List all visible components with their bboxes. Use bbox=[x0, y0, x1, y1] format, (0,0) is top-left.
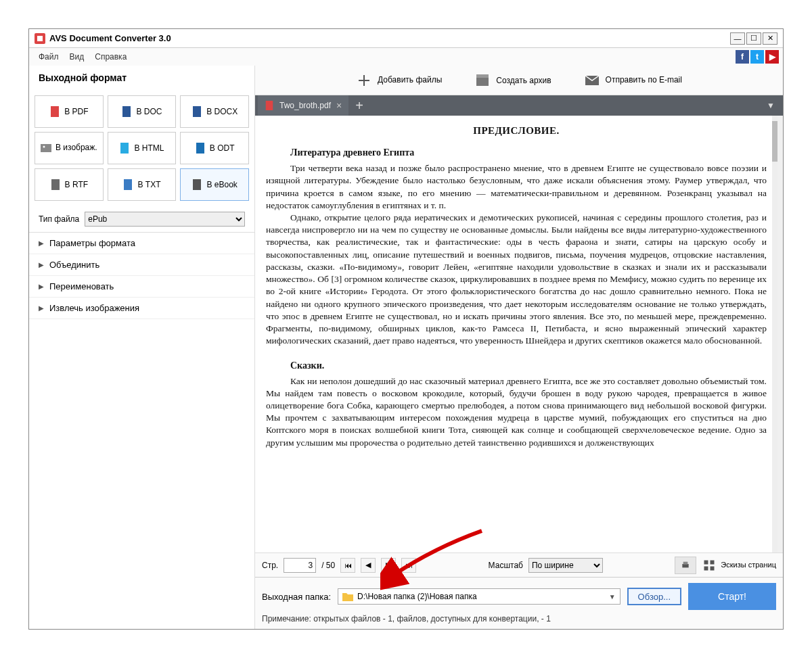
svg-rect-10 bbox=[193, 179, 201, 190]
format-ebook[interactable]: В eBook bbox=[180, 168, 249, 201]
menu-view[interactable]: Вид bbox=[64, 51, 90, 63]
chevron-right-icon: ▶ bbox=[39, 261, 44, 268]
print-button[interactable] bbox=[675, 557, 696, 574]
thumbnails-button[interactable]: Эскизы страниц bbox=[702, 559, 776, 571]
svg-rect-11 bbox=[476, 76, 489, 86]
chevron-down-icon[interactable]: ▼ bbox=[609, 593, 616, 601]
format-pdf-label: В PDF bbox=[64, 107, 88, 116]
minimize-button[interactable]: — bbox=[730, 32, 745, 45]
add-files-label: Добавить файлы bbox=[378, 76, 442, 85]
svg-rect-18 bbox=[710, 560, 715, 564]
output-folder-field[interactable]: D:\Новая папка (2)\Новая папка ▼ bbox=[338, 588, 621, 605]
svg-point-5 bbox=[43, 146, 45, 148]
doc-subheading: Сказки. bbox=[266, 360, 767, 373]
acc-rename[interactable]: ▶Переименовать bbox=[29, 276, 254, 298]
page-label: Стр. bbox=[262, 561, 278, 570]
browse-button[interactable]: Обзор... bbox=[627, 588, 681, 605]
folder-icon bbox=[342, 592, 353, 601]
format-docx-label: В DOCX bbox=[206, 107, 238, 116]
format-txt-label: В TXT bbox=[137, 180, 160, 189]
filetype-select[interactable]: ePub bbox=[85, 212, 245, 227]
acc-label: Извлечь изображения bbox=[49, 303, 139, 313]
prev-page-button[interactable]: ◀ bbox=[361, 558, 376, 573]
format-odt[interactable]: В ODT bbox=[180, 132, 249, 164]
pdf-icon bbox=[265, 101, 274, 110]
svg-rect-15 bbox=[683, 564, 689, 567]
menu-file[interactable]: Файл bbox=[33, 51, 64, 63]
window-title: AVS Document Converter 3.0 bbox=[49, 33, 171, 43]
sidebar: Выходной формат В PDF В DOC В DOCX В изо… bbox=[29, 66, 255, 629]
format-pdf[interactable]: В PDF bbox=[35, 95, 104, 128]
format-image-label: В изображ. bbox=[55, 143, 97, 152]
menubar: Файл Вид Справка f t ▶ bbox=[29, 48, 783, 66]
format-odt-label: В ODT bbox=[210, 143, 235, 153]
app-icon bbox=[35, 33, 45, 44]
svg-rect-3 bbox=[193, 106, 201, 117]
svg-rect-1 bbox=[51, 106, 59, 117]
document-tab[interactable]: Two_broth.pdf × bbox=[258, 95, 348, 116]
last-page-button[interactable]: ⏭ bbox=[401, 558, 416, 573]
create-archive-label: Создать архив bbox=[496, 76, 551, 85]
output-folder-label: Выходная папка: bbox=[262, 592, 331, 602]
filetype-label: Тип файла bbox=[39, 214, 79, 224]
format-txt[interactable]: В TXT bbox=[108, 168, 177, 201]
tab-label: Two_broth.pdf bbox=[279, 101, 331, 110]
tabbar: Two_broth.pdf × + ▼ bbox=[255, 95, 783, 116]
zoom-select[interactable]: По ширине bbox=[528, 558, 603, 573]
format-image[interactable]: В изображ. bbox=[35, 132, 104, 164]
twitter-icon[interactable]: t bbox=[750, 50, 764, 64]
grid-icon bbox=[702, 559, 717, 571]
footer-note: Примечание: открытых файлов - 1, файлов,… bbox=[262, 614, 776, 624]
output-folder-path: D:\Новая папка (2)\Новая папка bbox=[357, 592, 477, 601]
close-button[interactable]: ✕ bbox=[763, 32, 777, 45]
thumbnails-label: Эскизы страниц bbox=[721, 561, 776, 569]
tab-close-icon[interactable]: × bbox=[336, 100, 342, 111]
add-tab-button[interactable]: + bbox=[348, 98, 370, 114]
add-files-button[interactable]: Добавить файлы bbox=[356, 72, 442, 89]
format-html[interactable]: В HTML bbox=[108, 132, 177, 164]
first-page-button[interactable]: ⏮ bbox=[340, 558, 355, 573]
format-doc-label: В DOC bbox=[136, 107, 162, 116]
svg-rect-20 bbox=[710, 566, 715, 570]
svg-rect-4 bbox=[41, 144, 51, 152]
zoom-label: Масштаб bbox=[489, 561, 523, 570]
doc-paragraph: Три четверти века назад и позже было рас… bbox=[266, 162, 767, 212]
acc-merge[interactable]: ▶Объединить bbox=[29, 254, 254, 276]
preview-controls: Стр. / 50 ⏮ ◀ ▶ ⏭ Масштаб По ширине Эски… bbox=[255, 553, 783, 577]
acc-label: Объединить bbox=[49, 260, 99, 270]
menu-help[interactable]: Справка bbox=[89, 51, 132, 63]
main-toolbar: Добавить файлы Создать архив Отправить п… bbox=[255, 66, 783, 95]
svg-rect-9 bbox=[124, 179, 132, 190]
next-page-button[interactable]: ▶ bbox=[381, 558, 396, 573]
titlebar: AVS Document Converter 3.0 — ☐ ✕ bbox=[29, 29, 783, 48]
print-icon bbox=[679, 560, 692, 571]
svg-rect-16 bbox=[683, 561, 688, 564]
maximize-button[interactable]: ☐ bbox=[746, 32, 761, 45]
svg-rect-12 bbox=[476, 74, 489, 78]
svg-rect-8 bbox=[51, 179, 60, 190]
format-ebook-label: В eBook bbox=[206, 180, 237, 189]
format-html-label: В HTML bbox=[134, 143, 164, 153]
acc-extract-images[interactable]: ▶Извлечь изображения bbox=[29, 298, 254, 319]
scrollbar-track[interactable] bbox=[772, 116, 777, 553]
format-rtf-label: В RTF bbox=[65, 180, 88, 189]
page-input[interactable] bbox=[284, 558, 316, 573]
chevron-right-icon: ▶ bbox=[39, 283, 44, 290]
send-email-button[interactable]: Отправить по E-mail bbox=[584, 72, 682, 89]
tabbar-menu-icon[interactable]: ▼ bbox=[761, 101, 780, 110]
sidebar-header: Выходной формат bbox=[29, 66, 254, 90]
format-doc[interactable]: В DOC bbox=[108, 95, 177, 128]
facebook-icon[interactable]: f bbox=[736, 50, 749, 64]
svg-rect-14 bbox=[266, 101, 273, 110]
doc-heading: ПРЕДИСЛОВИЕ. bbox=[266, 124, 767, 137]
doc-paragraph: Как ни неполон дошедший до нас сказочный… bbox=[266, 375, 767, 449]
acc-format-params[interactable]: ▶Параметры формата bbox=[29, 233, 254, 254]
scrollbar-thumb[interactable] bbox=[772, 121, 777, 162]
create-archive-button[interactable]: Создать архив bbox=[474, 72, 551, 89]
youtube-icon[interactable]: ▶ bbox=[765, 50, 779, 64]
format-docx[interactable]: В DOCX bbox=[180, 95, 249, 128]
send-email-label: Отправить по E-mail bbox=[606, 76, 682, 85]
format-rtf[interactable]: В RTF bbox=[35, 168, 104, 201]
doc-paragraph: Однако, открытие целого ряда иератически… bbox=[266, 212, 767, 347]
start-button[interactable]: Старт! bbox=[688, 583, 776, 610]
